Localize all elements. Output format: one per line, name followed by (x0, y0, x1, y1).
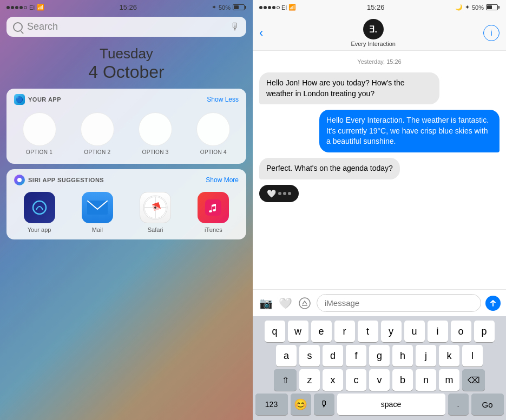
contact-avatar: Ǝ. (363, 19, 384, 39)
search-placeholder: Search (27, 21, 226, 32)
signal-dots-right (259, 6, 280, 9)
options-grid: OPTION 1 OPTION 2 OPTION 3 OPTION 4 (14, 110, 239, 158)
key-k[interactable]: k (439, 345, 459, 366)
battery-area-right: 🌙 ✦ 50% (455, 4, 500, 11)
key-z[interactable]: z (299, 369, 320, 391)
siri-apps-row: Your app Mail Safari iTunes (14, 191, 239, 234)
status-bar-left: EI 📶 15:26 ✦ 50% (0, 0, 253, 15)
message-row-1: Hello Jon! How are you today? How's the … (259, 72, 500, 104)
imessage-input[interactable] (317, 294, 481, 312)
space-key[interactable]: space (337, 394, 445, 415)
key-m[interactable]: m (439, 369, 459, 391)
r-dot-3 (268, 6, 271, 9)
message-row-3: Perfect. What's on the agenda today? (259, 158, 500, 179)
back-button[interactable]: ‹ (259, 26, 263, 40)
contact-avatar-text: Ǝ. (369, 24, 377, 35)
bubble-text-2: Hello Every Interaction. The weather is … (326, 116, 489, 145)
key-w[interactable]: w (288, 321, 308, 342)
search-bar[interactable]: Search 🎙 (6, 17, 246, 37)
key-x[interactable]: x (323, 369, 343, 391)
key-u[interactable]: u (404, 321, 425, 342)
mic-key[interactable]: 🎙 (314, 394, 334, 415)
key-h[interactable]: h (392, 345, 413, 366)
option-item-2[interactable]: OPTION 2 (81, 112, 114, 155)
typing-dot-2 (283, 192, 286, 195)
svg-point-11 (299, 298, 310, 309)
emoji-key[interactable]: 😊 (291, 394, 311, 415)
typing-dot-3 (288, 192, 291, 195)
key-a[interactable]: a (276, 345, 297, 366)
key-v[interactable]: v (369, 369, 390, 391)
contact-info[interactable]: Ǝ. Every Interaction (351, 19, 396, 47)
wifi-icon-right: 📶 (288, 4, 296, 11)
go-key[interactable]: Go (471, 394, 504, 415)
widget-title-row: 🔵 YOUR APP (14, 94, 61, 105)
key-i[interactable]: i (428, 321, 448, 342)
safari-label: Safari (148, 226, 163, 233)
key-e[interactable]: e (311, 321, 332, 342)
date-full: 4 October (0, 62, 253, 82)
period-key[interactable]: . (448, 394, 469, 415)
svg-point-9 (154, 206, 156, 209)
siri-title-row: SIRI APP SUGGESTIONS (14, 175, 104, 185)
siri-app-your-app[interactable]: Your app (24, 192, 55, 233)
key-r[interactable]: r (334, 321, 355, 342)
key-p[interactable]: p (474, 321, 495, 342)
option-circle-2 (81, 112, 114, 146)
nav-bar: ‹ Ǝ. Every Interaction i (253, 15, 506, 51)
send-button[interactable] (485, 296, 501, 311)
keyboard: q w e r t y u i o p a s d f g h j k l ⇧ … (253, 316, 506, 420)
bubble-incoming-1: Hello Jon! How are you today? How's the … (259, 72, 439, 104)
numbers-key[interactable]: 123 (255, 394, 288, 415)
siri-icon (14, 175, 25, 185)
time-display-right: 15:26 (367, 3, 385, 11)
mic-icon[interactable]: 🎙 (230, 21, 240, 32)
key-c[interactable]: c (346, 369, 366, 391)
info-button[interactable]: i (483, 25, 500, 41)
typing-dots (278, 192, 291, 195)
key-l[interactable]: l (462, 345, 483, 366)
key-d[interactable]: d (323, 345, 343, 366)
siri-app-itunes[interactable]: iTunes (198, 192, 229, 233)
siri-app-safari[interactable]: Safari (140, 192, 171, 233)
your-app-icon-small: 🔵 (14, 94, 25, 105)
battery-percent-right: 50% (472, 4, 484, 11)
option-item-4[interactable]: OPTION 4 (196, 112, 230, 155)
key-o[interactable]: o (451, 321, 471, 342)
your-app-label: Your app (28, 226, 51, 233)
bubble-text-3: Perfect. What's on the agenda today? (266, 164, 393, 172)
shift-key[interactable]: ⇧ (274, 369, 297, 391)
r-dot-1 (259, 6, 262, 9)
option-item-1[interactable]: OPTION 1 (23, 112, 56, 155)
appstore-icon[interactable] (297, 296, 312, 311)
r-dot-5 (277, 6, 280, 9)
delete-key[interactable]: ⌫ (462, 369, 485, 391)
your-app-show-less[interactable]: Show Less (207, 96, 239, 103)
signal-dot-3 (15, 6, 18, 9)
keyboard-row-3: ⇧ z x c v b n m ⌫ (255, 369, 504, 391)
key-j[interactable]: j (416, 345, 436, 366)
key-q[interactable]: q (265, 321, 285, 342)
battery-icon-right (486, 4, 500, 10)
signal-dot-1 (6, 6, 10, 9)
key-n[interactable]: n (416, 369, 436, 391)
siri-show-more[interactable]: Show More (206, 176, 239, 184)
signal-dot-5 (24, 6, 27, 9)
carrier-label: EI (29, 4, 35, 11)
key-y[interactable]: y (381, 321, 402, 342)
option-label-4: OPTION 4 (200, 149, 227, 155)
key-t[interactable]: t (358, 321, 378, 342)
key-b[interactable]: b (392, 369, 413, 391)
camera-icon[interactable]: 📷 (258, 296, 273, 311)
heart-icon[interactable]: 🤍 (278, 296, 293, 311)
bubble-outgoing-1: Hello Every Interaction. The weather is … (319, 110, 500, 152)
siri-app-mail[interactable]: Mail (82, 192, 113, 233)
option-label-2: OPTION 2 (84, 149, 110, 155)
search-icon (13, 22, 23, 32)
signal-indicators: EI 📶 (6, 4, 44, 11)
option-item-3[interactable]: OPTION 3 (139, 112, 172, 155)
status-bar-right: EI 📶 15:26 🌙 ✦ 50% (253, 0, 506, 15)
key-g[interactable]: g (369, 345, 390, 366)
key-s[interactable]: s (299, 345, 320, 366)
key-f[interactable]: f (346, 345, 366, 366)
